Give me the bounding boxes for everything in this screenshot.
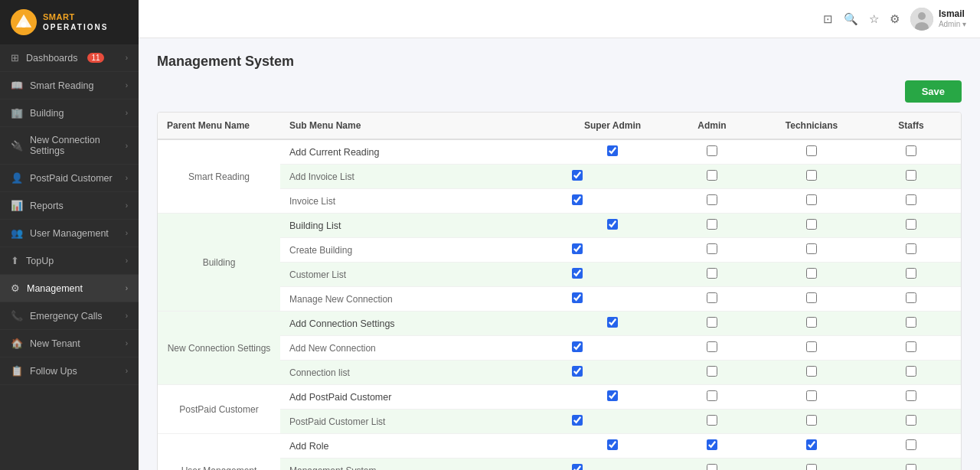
save-button[interactable]: Save <box>905 80 962 103</box>
checkbox-admin[interactable] <box>707 317 717 328</box>
checkbox-admin[interactable] <box>707 194 717 205</box>
checkbox-super_admin[interactable] <box>572 341 583 352</box>
checkbox-admin[interactable] <box>707 292 717 303</box>
sub-menu-cell: Building List <box>280 214 563 238</box>
settings-icon[interactable]: ⚙ <box>890 12 900 26</box>
sidebar-item-new-connection[interactable]: 🔌 New Connection Settings › <box>0 127 139 165</box>
layout-icon[interactable]: ⊡ <box>823 12 833 26</box>
star-icon[interactable]: ☆ <box>869 12 879 26</box>
sidebar-item-postpaid[interactable]: 👤 PostPaid Customer › <box>0 165 139 192</box>
checkbox-cell-staff <box>861 312 961 336</box>
checkbox-tech[interactable] <box>806 464 817 470</box>
checkbox-super_admin[interactable] <box>572 464 583 470</box>
svg-point-2 <box>21 22 27 28</box>
checkbox-super_admin[interactable] <box>607 317 618 328</box>
checkbox-admin[interactable] <box>707 439 717 450</box>
sidebar-item-dashboards[interactable]: ⊞ Dashboards 11 › <box>0 44 139 72</box>
sub-menu-cell: Create Building <box>280 238 563 263</box>
checkbox-super_admin[interactable] <box>572 268 583 279</box>
checkbox-tech[interactable] <box>806 268 817 279</box>
checkbox-cell-staff <box>861 385 961 410</box>
checkbox-super_admin[interactable] <box>572 366 583 377</box>
checkbox-cell-super_admin <box>563 139 662 165</box>
sidebar-item-management[interactable]: ⚙ Management › <box>0 275 139 302</box>
checkbox-admin[interactable] <box>707 464 717 470</box>
checkbox-admin[interactable] <box>707 145 717 156</box>
checkbox-cell-admin <box>662 312 762 336</box>
checkbox-tech[interactable] <box>806 243 817 254</box>
checkbox-cell-tech <box>762 336 861 361</box>
sidebar-item-emergency-calls[interactable]: 📞 Emergency Calls › <box>0 302 139 330</box>
checkbox-cell-admin <box>662 287 762 312</box>
checkbox-admin[interactable] <box>707 390 717 401</box>
checkbox-tech[interactable] <box>806 292 817 303</box>
sidebar-item-smart-reading[interactable]: 📖 Smart Reading › <box>0 72 139 100</box>
checkbox-tech[interactable] <box>806 170 817 181</box>
checkbox-cell-super_admin <box>563 189 662 214</box>
checkbox-cell-tech <box>762 165 861 189</box>
checkbox-super_admin[interactable] <box>607 219 618 230</box>
checkbox-cell-super_admin <box>563 459 662 471</box>
checkbox-tech[interactable] <box>806 219 817 230</box>
checkbox-staff[interactable] <box>906 268 916 279</box>
sidebar-item-topup[interactable]: ⬆ TopUp › <box>0 247 139 275</box>
checkbox-tech[interactable] <box>806 317 817 328</box>
parent-menu-cell: New Connection Settings <box>158 312 280 385</box>
checkbox-super_admin[interactable] <box>607 439 618 450</box>
checkbox-admin[interactable] <box>707 366 717 377</box>
sidebar-item-building[interactable]: 🏢 Building › <box>0 100 139 127</box>
checkbox-tech[interactable] <box>806 194 817 205</box>
checkbox-admin[interactable] <box>707 219 717 230</box>
checkbox-tech[interactable] <box>806 145 817 156</box>
checkbox-cell-staff <box>861 410 961 434</box>
checkbox-admin[interactable] <box>707 243 717 254</box>
checkbox-admin[interactable] <box>707 415 717 426</box>
checkbox-staff[interactable] <box>906 366 916 377</box>
sidebar-item-reports[interactable]: 📊 Reports › <box>0 192 139 220</box>
checkbox-staff[interactable] <box>906 194 916 205</box>
search-icon[interactable]: 🔍 <box>844 12 858 26</box>
checkbox-super_admin[interactable] <box>572 415 583 426</box>
checkbox-super_admin[interactable] <box>572 170 583 181</box>
checkbox-staff[interactable] <box>906 219 916 230</box>
checkbox-staff[interactable] <box>906 292 916 303</box>
checkbox-cell-admin <box>662 385 762 410</box>
checkbox-cell-admin <box>662 336 762 361</box>
sidebar-label-emergency-calls: Emergency Calls <box>30 311 102 321</box>
checkbox-staff[interactable] <box>906 317 916 328</box>
sidebar-label-smart-reading: Smart Reading <box>30 80 93 91</box>
table-row: New Connection SettingsAdd Connection Se… <box>158 312 961 336</box>
checkbox-admin[interactable] <box>707 268 717 279</box>
checkbox-cell-admin <box>662 139 762 165</box>
checkbox-tech[interactable] <box>806 390 817 401</box>
checkbox-staff[interactable] <box>906 415 916 426</box>
sidebar-icon-follow-ups: 📋 <box>11 365 23 377</box>
checkbox-tech[interactable] <box>806 415 817 426</box>
checkbox-super_admin[interactable] <box>607 390 618 401</box>
checkbox-staff[interactable] <box>906 341 916 352</box>
checkbox-tech[interactable] <box>806 439 817 450</box>
checkbox-super_admin[interactable] <box>572 292 583 303</box>
table-row: Smart ReadingAdd Current Reading <box>158 139 961 165</box>
checkbox-super_admin[interactable] <box>572 194 583 205</box>
checkbox-staff[interactable] <box>906 464 916 470</box>
sidebar-label-building: Building <box>30 108 64 119</box>
checkbox-staff[interactable] <box>906 439 916 450</box>
checkbox-staff[interactable] <box>906 145 916 156</box>
sidebar-item-user-management[interactable]: 👥 User Management › <box>0 220 139 247</box>
sidebar-item-new-tenant[interactable]: 🏠 New Tenant › <box>0 330 139 357</box>
sidebar-icon-user-management: 👥 <box>11 227 23 239</box>
checkbox-staff[interactable] <box>906 390 916 401</box>
checkbox-staff[interactable] <box>906 170 916 181</box>
checkbox-tech[interactable] <box>806 366 817 377</box>
checkbox-cell-admin <box>662 238 762 263</box>
checkbox-cell-super_admin <box>563 385 662 410</box>
checkbox-admin[interactable] <box>707 341 717 352</box>
checkbox-super_admin[interactable] <box>607 145 618 156</box>
checkbox-staff[interactable] <box>906 243 916 254</box>
checkbox-super_admin[interactable] <box>572 243 583 254</box>
sidebar-item-follow-ups[interactable]: 📋 Follow Ups › <box>0 357 139 385</box>
user-menu[interactable]: Ismail Admin ▾ <box>910 8 966 31</box>
checkbox-tech[interactable] <box>806 341 817 352</box>
checkbox-admin[interactable] <box>707 170 717 181</box>
